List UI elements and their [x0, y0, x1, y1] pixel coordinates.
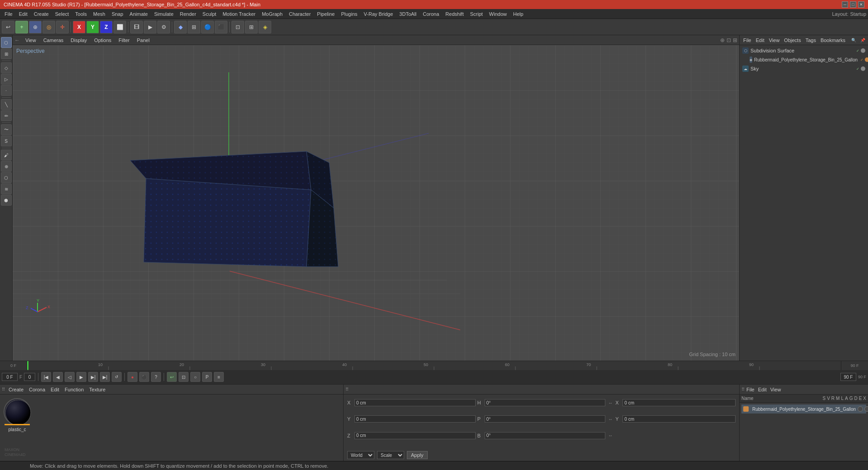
- vp-icon-1[interactable]: ⊕: [720, 37, 725, 43]
- snap-button[interactable]: ⊡: [231, 21, 244, 33]
- panel-menu[interactable]: Panel: [135, 37, 151, 44]
- texture-button[interactable]: ◈: [259, 21, 271, 33]
- obj-bookmarks-menu[interactable]: Bookmarks: [819, 37, 847, 44]
- shading-button[interactable]: ⬛: [215, 21, 227, 33]
- obj-item-subdivision[interactable]: ⬡ Subdivision Surface ✓: [741, 46, 867, 55]
- undo-button[interactable]: ↩: [2, 21, 14, 33]
- y-pos-input[interactable]: [354, 415, 476, 423]
- obj-rubbermaid-dot[interactable]: [865, 57, 868, 62]
- obj-view-menu[interactable]: View: [767, 37, 782, 44]
- play-button[interactable]: ▶: [76, 372, 86, 382]
- menu-motion-tracker[interactable]: Motion Tracker: [220, 10, 258, 18]
- knife-tool-button[interactable]: ╲: [1, 99, 12, 110]
- start-frame-input[interactable]: [24, 373, 35, 381]
- anim-btn-3[interactable]: ○: [190, 372, 200, 382]
- anim-btn-2[interactable]: ⊡: [179, 372, 189, 382]
- b-input[interactable]: [485, 432, 606, 439]
- next-frame-button[interactable]: ▶|: [88, 372, 98, 382]
- anim-btn-5[interactable]: ≡: [214, 372, 224, 382]
- obj-search-icon[interactable]: 🔍: [850, 37, 857, 44]
- menu-create[interactable]: Create: [31, 10, 52, 18]
- obj-sky-dot[interactable]: [861, 66, 865, 71]
- mat-texture-menu[interactable]: Texture: [87, 386, 107, 393]
- menu-select[interactable]: Select: [52, 10, 72, 18]
- menu-window[interactable]: Window: [486, 10, 509, 18]
- object-mode-button[interactable]: ⬡: [1, 37, 12, 48]
- p-input[interactable]: [485, 415, 606, 423]
- menu-3dtoall[interactable]: 3DToAll: [396, 10, 419, 18]
- render-button[interactable]: ▶: [144, 21, 156, 33]
- obj-file-menu[interactable]: File: [741, 37, 753, 44]
- move-button[interactable]: ✛: [56, 21, 69, 33]
- wireframe-button[interactable]: ⊞: [188, 21, 200, 33]
- obj-rubbermaid-vis[interactable]: ✓: [859, 57, 864, 62]
- go-start-button[interactable]: |◀: [41, 372, 51, 382]
- menu-mesh[interactable]: Mesh: [90, 10, 108, 18]
- menu-corona[interactable]: Corona: [420, 10, 442, 18]
- attr-handle[interactable]: ⠿: [741, 387, 745, 392]
- apply-button[interactable]: Apply: [407, 451, 428, 459]
- y-axis-button[interactable]: Y: [86, 21, 99, 33]
- menu-script[interactable]: Script: [467, 10, 486, 18]
- current-frame-input[interactable]: [2, 373, 18, 381]
- obj-item-sky[interactable]: ☁ Sky ✓: [741, 64, 867, 73]
- magnet-tool-button[interactable]: S: [1, 136, 12, 146]
- menu-edit[interactable]: Edit: [16, 10, 30, 18]
- display-menu[interactable]: Display: [69, 37, 89, 44]
- menu-simulate[interactable]: Simulate: [151, 10, 176, 18]
- mat-handle[interactable]: ⠿: [2, 387, 5, 392]
- menu-character[interactable]: Character: [286, 10, 313, 18]
- menu-plugins[interactable]: Plugins: [338, 10, 360, 18]
- hair-tool-button[interactable]: ≋: [1, 183, 12, 194]
- x-axis-button[interactable]: X: [73, 21, 85, 33]
- attr-dot-1[interactable]: [858, 406, 863, 412]
- model-mode-button[interactable]: ⊞: [1, 48, 12, 59]
- render-settings-button[interactable]: ⚙: [157, 21, 170, 33]
- menu-animate[interactable]: Animate: [127, 10, 151, 18]
- attr-edit-menu[interactable]: Edit: [756, 386, 769, 393]
- menu-tools[interactable]: Tools: [72, 10, 90, 18]
- select-button[interactable]: ◎: [42, 21, 55, 33]
- viewport-back-button[interactable]: ←: [14, 37, 20, 43]
- obj-item-rubbermaid[interactable]: ◈ Rubbermaid_Polyethylene_Storage_Bin_25…: [741, 55, 867, 64]
- attr-view-menu[interactable]: View: [769, 386, 783, 393]
- brush-tool-button[interactable]: 🖌: [1, 150, 12, 160]
- options-menu[interactable]: Options: [92, 37, 113, 44]
- menu-sculpt[interactable]: Sculpt: [200, 10, 219, 18]
- menu-redshift[interactable]: Redshift: [443, 10, 466, 18]
- render-region-button[interactable]: 🎞: [130, 21, 143, 33]
- menu-mograph[interactable]: MoGraph: [259, 10, 285, 18]
- obj-sky-vis[interactable]: ✓: [855, 66, 860, 71]
- normals-button[interactable]: 🔵: [201, 21, 214, 33]
- vp-icon-3[interactable]: ⊞: [733, 37, 737, 43]
- parent-mode-button[interactable]: ⬜: [113, 21, 126, 33]
- smooth-tool-button[interactable]: ⬡: [1, 172, 12, 183]
- maximize-button[interactable]: □: [850, 1, 856, 8]
- display-mode-button[interactable]: ◆: [174, 21, 187, 33]
- spline-tool-button[interactable]: 〜: [1, 124, 12, 135]
- go-end-button[interactable]: ▶|: [100, 372, 110, 382]
- menu-help[interactable]: Help: [510, 10, 526, 18]
- point-mode-button[interactable]: ·: [1, 85, 12, 96]
- coord-handle[interactable]: ⠿: [345, 387, 349, 392]
- new-object-button[interactable]: ⊕: [29, 21, 42, 33]
- auto-key-button[interactable]: ⚫: [139, 372, 149, 382]
- mat-create-menu[interactable]: Create: [7, 386, 25, 393]
- minimize-button[interactable]: ─: [842, 1, 848, 8]
- edge-mode-button[interactable]: ▷: [1, 74, 12, 85]
- view-menu[interactable]: View: [24, 37, 38, 44]
- sx-input[interactable]: [623, 399, 736, 406]
- mat-edit-menu[interactable]: Edit: [49, 386, 61, 393]
- anim-btn-4[interactable]: P: [202, 372, 212, 382]
- anim-btn-1[interactable]: ↩: [167, 372, 177, 382]
- attr-file-menu[interactable]: File: [745, 386, 756, 393]
- obj-tags-menu[interactable]: Tags: [804, 37, 818, 44]
- vp-icon-2[interactable]: ⊡: [726, 37, 731, 43]
- attr-dot-2[interactable]: [864, 406, 868, 412]
- sy-input[interactable]: [623, 415, 736, 423]
- mat-corona-menu[interactable]: Corona: [27, 386, 47, 393]
- play-reverse-button[interactable]: ◁: [65, 372, 75, 382]
- z-pos-input[interactable]: [354, 432, 476, 439]
- polygon-mode-button[interactable]: ◇: [1, 62, 12, 73]
- attr-selected-item[interactable]: Rubbermaid_Polyethylene_Storage_Bin_25_G…: [741, 404, 866, 414]
